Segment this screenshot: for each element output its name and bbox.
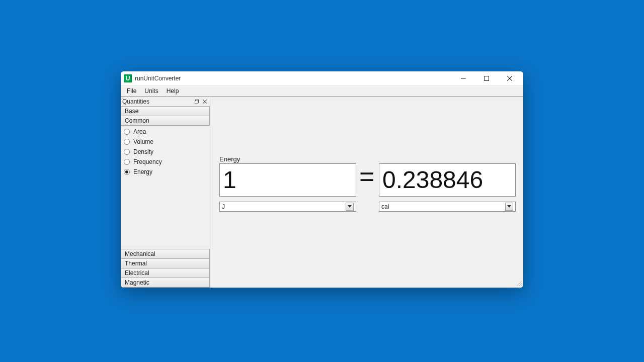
resize-grip-icon[interactable] [515, 280, 522, 287]
app-window: U runUnitConverter File Units Help Quant… [121, 71, 523, 288]
maximize-button[interactable] [475, 71, 498, 85]
category-thermal[interactable]: Thermal [121, 258, 210, 268]
radio-icon [124, 169, 130, 175]
quantity-volume[interactable]: Volume [121, 137, 210, 147]
svg-line-12 [521, 285, 522, 286]
category-base[interactable]: Base [121, 106, 210, 116]
right-unit-text: cal [381, 203, 505, 210]
radio-icon [124, 159, 130, 165]
category-mechanical[interactable]: Mechanical [121, 249, 210, 259]
panel-float-icon[interactable] [193, 98, 201, 105]
close-button[interactable] [498, 71, 521, 85]
quantity-radio-group: Area Volume Density Frequency [121, 126, 210, 177]
quantity-area[interactable]: Area [121, 127, 210, 137]
quantity-label: Frequency [133, 158, 162, 165]
left-unit-select[interactable]: J [219, 202, 356, 212]
chevron-down-icon [505, 203, 513, 211]
quantity-label: Energy [133, 168, 152, 175]
equals-sign: = [359, 161, 374, 192]
quantity-label: Area [133, 128, 146, 135]
svg-marker-9 [507, 205, 511, 208]
chevron-down-icon [346, 203, 354, 211]
menu-units[interactable]: Units [140, 86, 162, 96]
radio-icon [124, 149, 130, 155]
right-unit-select[interactable]: cal [379, 202, 516, 212]
quantity-label: Volume [133, 138, 153, 145]
minimize-button[interactable] [452, 71, 475, 85]
right-value-output: 0.238846 [379, 163, 516, 197]
quantity-frequency[interactable]: Frequency [121, 157, 210, 167]
category-magnetic[interactable]: Magnetic [121, 278, 210, 288]
quantities-panel: Quantities Base Common Area [121, 97, 210, 288]
svg-rect-5 [195, 101, 198, 104]
quantity-heading: Energy [219, 155, 240, 163]
window-title: runUnitConverter [135, 75, 181, 82]
left-unit-text: J [222, 203, 346, 210]
quantity-density[interactable]: Density [121, 147, 210, 157]
title-bar[interactable]: U runUnitConverter [121, 71, 523, 85]
panel-close-icon[interactable] [201, 98, 209, 105]
panel-header: Quantities [121, 97, 210, 106]
svg-rect-1 [485, 76, 489, 81]
category-electrical[interactable]: Electrical [121, 268, 210, 278]
category-common[interactable]: Common [121, 116, 210, 126]
app-icon: U [124, 74, 132, 82]
radio-icon [124, 139, 130, 145]
quantity-energy[interactable]: Energy [121, 167, 210, 177]
quantity-label: Density [133, 148, 153, 155]
left-value-input[interactable]: 1 [219, 163, 356, 197]
menu-help[interactable]: Help [163, 86, 183, 96]
menu-file[interactable]: File [123, 86, 140, 96]
panel-title: Quantities [122, 98, 193, 105]
radio-icon [124, 129, 130, 135]
menu-bar: File Units Help [121, 85, 523, 97]
content-area: Energy 1 = 0.238846 J cal [210, 97, 523, 288]
svg-marker-8 [348, 205, 352, 208]
